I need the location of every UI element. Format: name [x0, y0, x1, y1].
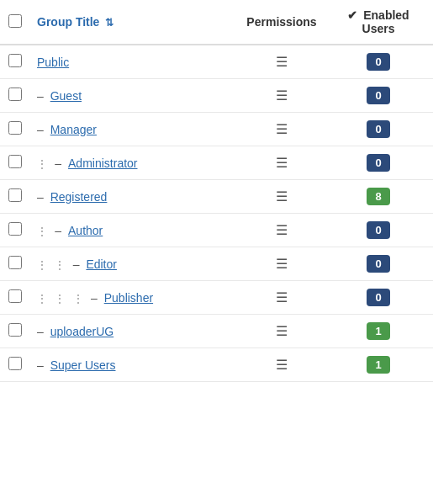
- row-dash: –: [37, 190, 47, 204]
- row-checkbox-cell: [0, 348, 30, 382]
- row-checkbox-cell: [0, 113, 30, 146]
- enabled-users-label: Enabled Users: [362, 8, 409, 35]
- row-enabled-users-cell: 0: [324, 45, 433, 79]
- permissions-icon[interactable]: ☰: [276, 223, 288, 237]
- row-title-cell: – Guest: [30, 79, 240, 113]
- row-enabled-users-cell: 1: [324, 315, 433, 348]
- row-checkbox[interactable]: [8, 256, 22, 269]
- enabled-users-badge[interactable]: 0: [367, 289, 390, 306]
- permissions-icon[interactable]: ☰: [276, 257, 288, 271]
- permissions-icon[interactable]: ☰: [276, 122, 288, 136]
- permissions-icon[interactable]: ☰: [276, 55, 288, 69]
- group-name-link[interactable]: Super Users: [50, 358, 116, 372]
- permissions-icon[interactable]: ☰: [276, 324, 288, 338]
- enabled-users-badge[interactable]: 0: [367, 53, 390, 71]
- indent-dots: ⋮: [37, 158, 51, 170]
- row-permissions-cell: ☰: [240, 281, 324, 315]
- enabled-users-badge[interactable]: 1: [367, 356, 390, 374]
- row-permissions-cell: ☰: [240, 315, 324, 348]
- table-row: ⋮ ⋮ – Editor☰0: [0, 247, 433, 281]
- row-checkbox-cell: [0, 180, 30, 214]
- row-dash: –: [37, 325, 47, 338]
- enabled-users-badge[interactable]: 0: [367, 87, 390, 104]
- row-enabled-users-cell: 8: [324, 180, 433, 214]
- checkmark-icon: ✔: [347, 8, 357, 22]
- group-name-link[interactable]: Public: [37, 56, 69, 69]
- enabled-users-badge[interactable]: 0: [367, 255, 390, 273]
- row-dash: –: [55, 224, 65, 237]
- sort-icon[interactable]: ⇅: [105, 17, 114, 29]
- row-checkbox-cell: [0, 146, 30, 180]
- enabled-users-header: ✔ Enabled Users: [324, 0, 433, 45]
- row-checkbox[interactable]: [8, 88, 22, 101]
- group-name-link[interactable]: Guest: [50, 89, 82, 103]
- row-permissions-cell: ☰: [240, 79, 324, 113]
- row-enabled-users-cell: 0: [324, 214, 433, 247]
- permissions-icon[interactable]: ☰: [276, 189, 288, 204]
- row-enabled-users-cell: 0: [324, 247, 433, 281]
- group-title-label: Group Title: [37, 15, 99, 29]
- row-title-cell: – Manager: [30, 113, 240, 146]
- row-permissions-cell: ☰: [240, 146, 324, 180]
- row-checkbox-cell: [0, 281, 30, 315]
- row-enabled-users-cell: 0: [324, 281, 433, 315]
- row-checkbox-cell: [0, 214, 30, 247]
- table-row: Public☰0: [0, 45, 433, 79]
- permissions-header: Permissions: [240, 0, 324, 45]
- row-checkbox[interactable]: [8, 222, 22, 236]
- group-name-link[interactable]: Editor: [86, 257, 117, 271]
- row-permissions-cell: ☰: [240, 247, 324, 281]
- enabled-users-badge[interactable]: 0: [367, 120, 390, 138]
- group-name-link[interactable]: Registered: [50, 190, 108, 204]
- row-enabled-users-cell: 1: [324, 348, 433, 382]
- row-dash: –: [55, 157, 65, 170]
- row-enabled-users-cell: 0: [324, 79, 433, 113]
- select-all-checkbox[interactable]: [8, 14, 22, 28]
- permissions-icon[interactable]: ☰: [276, 156, 288, 170]
- group-title-header[interactable]: Group Title ⇅: [30, 0, 240, 45]
- row-dash: –: [37, 358, 47, 372]
- row-title-cell: – Registered: [30, 180, 240, 214]
- row-permissions-cell: ☰: [240, 45, 324, 79]
- group-name-link[interactable]: uploaderUG: [50, 325, 114, 338]
- row-dash: –: [91, 291, 101, 305]
- enabled-users-badge[interactable]: 0: [367, 154, 390, 172]
- row-checkbox[interactable]: [8, 289, 22, 303]
- permissions-icon[interactable]: ☰: [276, 358, 288, 372]
- row-checkbox[interactable]: [8, 357, 22, 370]
- indent-dots: ⋮: [37, 225, 51, 237]
- table-row: ⋮ – Administrator☰0: [0, 146, 433, 180]
- enabled-users-badge[interactable]: 0: [367, 221, 390, 239]
- indent-dots: ⋮: [37, 293, 51, 305]
- group-name-link[interactable]: Publisher: [104, 291, 153, 305]
- group-name-link[interactable]: Author: [68, 224, 103, 237]
- table-row: – Manager☰0: [0, 113, 433, 146]
- table-row: – Registered☰8: [0, 180, 433, 214]
- row-enabled-users-cell: 0: [324, 146, 433, 180]
- row-checkbox[interactable]: [8, 155, 22, 168]
- row-permissions-cell: ☰: [240, 348, 324, 382]
- row-enabled-users-cell: 0: [324, 113, 433, 146]
- permissions-icon[interactable]: ☰: [276, 88, 288, 103]
- row-checkbox[interactable]: [8, 323, 22, 337]
- row-dash: –: [73, 257, 83, 271]
- row-checkbox[interactable]: [8, 54, 22, 67]
- enabled-users-badge[interactable]: 1: [367, 322, 390, 340]
- table-row: – uploaderUG☰1: [0, 315, 433, 348]
- indent-dots: ⋮: [55, 293, 69, 305]
- row-checkbox-cell: [0, 315, 30, 348]
- row-checkbox[interactable]: [8, 121, 22, 135]
- enabled-users-badge[interactable]: 8: [367, 188, 390, 205]
- row-checkbox[interactable]: [8, 188, 22, 202]
- group-name-link[interactable]: Manager: [50, 123, 97, 136]
- group-name-link[interactable]: Administrator: [68, 157, 137, 170]
- permissions-icon[interactable]: ☰: [276, 290, 288, 305]
- row-permissions-cell: ☰: [240, 180, 324, 214]
- row-title-cell: ⋮ – Administrator: [30, 146, 240, 180]
- permissions-label: Permissions: [246, 15, 316, 29]
- row-title-cell: ⋮ – Author: [30, 214, 240, 247]
- select-all-header: [0, 0, 30, 45]
- indent-dots: ⋮: [37, 259, 51, 271]
- row-checkbox-cell: [0, 247, 30, 281]
- row-permissions-cell: ☰: [240, 214, 324, 247]
